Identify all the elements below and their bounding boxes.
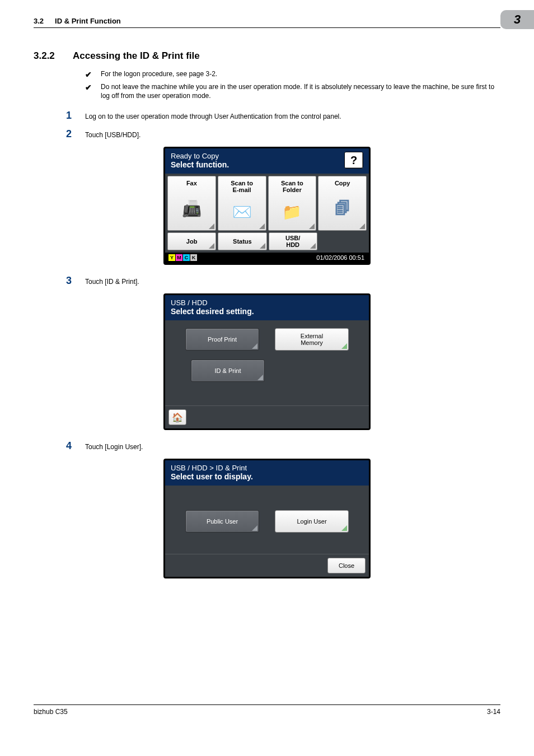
button-label: Job bbox=[186, 238, 198, 245]
subsection-title: Accessing the ID & Print file bbox=[73, 50, 200, 62]
button-label: External Memory bbox=[301, 333, 323, 346]
public-user-button[interactable]: Public User bbox=[185, 510, 259, 533]
section-title: ID & Print Function bbox=[55, 17, 121, 25]
timestamp: 01/02/2006 00:51 bbox=[316, 254, 364, 261]
usb-hdd-button[interactable]: USB/ HDD bbox=[269, 232, 317, 250]
prompt-text: Select user to display. bbox=[171, 472, 253, 481]
status-text: Ready to Copy bbox=[171, 152, 229, 160]
button-label: Status bbox=[233, 238, 252, 245]
job-button[interactable]: Job bbox=[167, 232, 216, 250]
step: 2 Touch [USB/HDD]. bbox=[34, 128, 500, 140]
external-memory-button[interactable]: External Memory bbox=[275, 328, 349, 351]
toner-c: C bbox=[183, 254, 190, 261]
step-number: 4 bbox=[34, 440, 85, 452]
close-button[interactable]: Close bbox=[327, 558, 366, 573]
status-button[interactable]: Status bbox=[218, 232, 266, 250]
bullet-text: For the logon procedure, see page 3-2. bbox=[101, 69, 217, 79]
breadcrumb: USB / HDD bbox=[171, 298, 254, 307]
section-number: 3.2 bbox=[34, 17, 44, 25]
tile-label: Fax bbox=[186, 180, 197, 186]
toner-m: M bbox=[176, 254, 182, 261]
prompt-text: Select function. bbox=[171, 160, 229, 169]
page-number: 3-14 bbox=[487, 708, 500, 716]
button-label: Close bbox=[339, 562, 354, 569]
bullet-text: Do not leave the machine while you are i… bbox=[101, 82, 500, 101]
check-icon: ✔ bbox=[85, 69, 101, 81]
subsection-number: 3.2.2 bbox=[34, 50, 73, 62]
copy-tile[interactable]: Copy 🗐 bbox=[318, 176, 367, 231]
button-label: ID & Print bbox=[214, 367, 241, 374]
tile-label: Scan to E-mail bbox=[231, 180, 253, 193]
breadcrumb: USB / HDD > ID & Print bbox=[171, 464, 253, 472]
tile-label: Scan to Folder bbox=[281, 180, 303, 193]
subsection-heading: 3.2.2 Accessing the ID & Print file bbox=[34, 50, 500, 62]
list-item: ✔ For the logon procedure, see page 3-2. bbox=[85, 69, 500, 81]
toner-k: K bbox=[190, 254, 197, 261]
page-header: 3.2 ID & Print Function 3 bbox=[34, 17, 500, 28]
proof-print-button[interactable]: Proof Print bbox=[185, 328, 259, 351]
screen-usb-hdd: USB / HDD Select desired setting. Proof … bbox=[163, 293, 371, 430]
button-label: USB/ HDD bbox=[285, 235, 300, 248]
step-text: Touch [Login User]. bbox=[85, 443, 143, 451]
step-text: Log on to the user operation mode throug… bbox=[85, 113, 341, 120]
footer-left: bizhub C35 bbox=[34, 708, 68, 716]
step-text: Touch [USB/HDD]. bbox=[85, 131, 140, 139]
scan-to-folder-tile[interactable]: Scan to Folder 📁 bbox=[268, 176, 317, 231]
prompt-text: Select desired setting. bbox=[171, 307, 254, 316]
step-number: 2 bbox=[34, 128, 85, 140]
list-item: ✔ Do not leave the machine while you are… bbox=[85, 82, 500, 101]
help-button[interactable]: ? bbox=[344, 152, 363, 169]
home-button[interactable]: 🏠 bbox=[168, 409, 186, 425]
check-icon: ✔ bbox=[85, 82, 101, 94]
home-icon: 🏠 bbox=[172, 412, 183, 423]
tile-label: Copy bbox=[335, 180, 350, 186]
button-label: Proof Print bbox=[208, 336, 237, 343]
step: 1 Log on to the user operation mode thro… bbox=[34, 110, 500, 122]
step-text: Touch [ID & Print]. bbox=[85, 278, 139, 286]
button-label: Login User bbox=[297, 518, 326, 525]
screen-select-function: Ready to Copy Select function. ? Fax 📠 S… bbox=[163, 147, 371, 265]
page-footer: bizhub C35 3-14 bbox=[34, 704, 500, 716]
toner-indicator: Y M C K bbox=[168, 254, 197, 261]
step-number: 3 bbox=[34, 275, 85, 287]
button-label: Public User bbox=[207, 518, 238, 525]
email-icon: ✉️ bbox=[232, 193, 252, 230]
folder-icon: 📁 bbox=[282, 193, 302, 230]
step: 3 Touch [ID & Print]. bbox=[34, 275, 500, 287]
copy-icon: 🗐 bbox=[335, 186, 350, 230]
screen-id-print-user: USB / HDD > ID & Print Select user to di… bbox=[163, 459, 371, 578]
login-user-button[interactable]: Login User bbox=[275, 510, 349, 533]
id-print-button[interactable]: ID & Print bbox=[191, 360, 265, 382]
step-number: 1 bbox=[34, 110, 85, 122]
chapter-badge: 3 bbox=[500, 10, 534, 29]
prerequisite-list: ✔ For the logon procedure, see page 3-2.… bbox=[85, 69, 500, 101]
step: 4 Touch [Login User]. bbox=[34, 440, 500, 452]
fax-icon: 📠 bbox=[182, 186, 202, 230]
fax-tile[interactable]: Fax 📠 bbox=[167, 176, 216, 231]
scan-to-email-tile[interactable]: Scan to E-mail ✉️ bbox=[218, 176, 266, 231]
toner-y: Y bbox=[168, 254, 175, 261]
